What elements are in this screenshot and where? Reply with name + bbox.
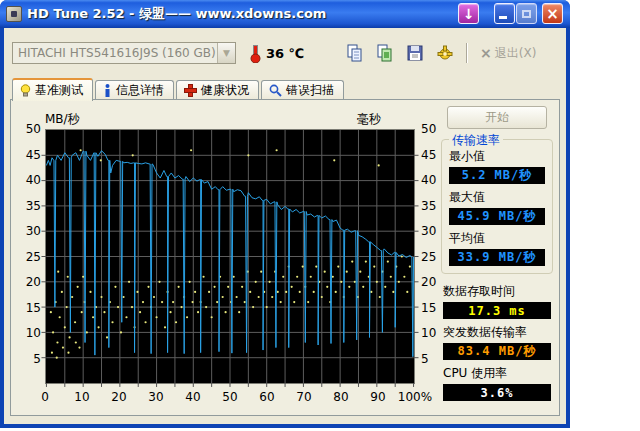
left-axis-unit: MB/秒 [45, 111, 80, 128]
right-axis-unit: 毫秒 [357, 111, 381, 128]
health-cross-icon [184, 84, 197, 97]
maximize-button[interactable] [516, 3, 537, 24]
tab-error-scan[interactable]: 错误扫描 [261, 80, 344, 100]
exit-button[interactable]: × 退出(X) [476, 43, 540, 64]
toolbar-buttons: × 退出(X) [342, 40, 540, 66]
magnifier-icon [269, 84, 282, 97]
thermometer-icon [250, 43, 261, 63]
window-body: HITACHI HTS541616J9S (160 GB) ▼ 36 ℃ [4, 28, 566, 424]
chevron-down-icon: ▼ [217, 43, 235, 63]
copy-image-icon [376, 44, 394, 62]
results-column: 开始 传输速率 最小值 5.2 MB/秒 最大值 45.9 MB/秒 平均值 3… [439, 104, 555, 401]
app-icon [6, 6, 22, 22]
stat-max: 最大值 45.9 MB/秒 [449, 189, 545, 225]
close-icon: × [546, 5, 559, 23]
stat-avg-value: 33.9 MB/秒 [449, 249, 545, 266]
stat-cpu-usage: CPU 使用率 3.6% [443, 365, 551, 401]
titlebar[interactable]: HD Tune 2.52 - 绿盟—— www.xdowns.com ↓ × [0, 0, 570, 28]
window-title: HD Tune 2.52 - 绿盟—— www.xdowns.com [27, 5, 326, 23]
info-icon [103, 84, 112, 97]
exit-x-icon: × [480, 48, 492, 58]
close-button[interactable]: × [542, 3, 563, 24]
options-button[interactable] [432, 41, 458, 65]
tab-label: 错误扫描 [286, 82, 334, 99]
download-button[interactable]: ↓ [458, 3, 479, 24]
app-window: HD Tune 2.52 - 绿盟—— www.xdowns.com ↓ × H… [0, 0, 570, 428]
benchmark-graph: MB/秒 毫秒 5045403530252015105 504540353025… [13, 102, 449, 414]
options-icon [436, 44, 454, 62]
tab-label: 基准测试 [35, 82, 83, 99]
exit-label: 退出(X) [495, 45, 537, 62]
stat-min-label: 最小值 [449, 148, 545, 165]
temperature-value: 36 ℃ [266, 46, 304, 61]
transfer-rate-group-title: 传输速率 [449, 132, 503, 149]
stat-min-value: 5.2 MB/秒 [449, 167, 545, 184]
tab-health[interactable]: 健康状况 [176, 80, 259, 100]
stat-burst-rate-label: 突发数据传输率 [443, 324, 551, 341]
lightbulb-icon [20, 84, 31, 97]
save-icon [406, 44, 424, 62]
tab-label: 信息详情 [116, 82, 164, 99]
save-button[interactable] [402, 41, 428, 65]
stat-avg: 平均值 33.9 MB/秒 [449, 230, 545, 266]
stat-min: 最小值 5.2 MB/秒 [449, 148, 545, 184]
tab-label: 健康状况 [201, 82, 249, 99]
stat-access-time: 数据存取时间 17.3 ms [443, 283, 551, 319]
toolbar-separator [466, 43, 468, 63]
down-arrow-icon: ↓ [463, 6, 475, 22]
drive-select-value: HITACHI HTS541616J9S (160 GB) [13, 46, 217, 60]
stat-burst-rate-value: 83.4 MB/秒 [443, 343, 551, 360]
stat-max-value: 45.9 MB/秒 [449, 208, 545, 225]
tab-info[interactable]: 信息详情 [95, 80, 174, 100]
copy-text-button[interactable] [342, 41, 368, 65]
tab-bar: 基准测试 信息详情 健康状况 [12, 78, 344, 100]
stat-cpu-usage-value: 3.6% [443, 384, 551, 401]
copy-screenshot-button[interactable] [372, 41, 398, 65]
drive-select[interactable]: HITACHI HTS541616J9S (160 GB) ▼ [12, 42, 236, 64]
benchmark-plot [45, 129, 415, 384]
copy-icon [346, 44, 364, 62]
benchmark-panel: MB/秒 毫秒 5045403530252015105 504540353025… [10, 99, 560, 416]
start-button[interactable]: 开始 [447, 106, 547, 129]
stat-access-time-label: 数据存取时间 [443, 283, 551, 300]
temperature-indicator: 36 ℃ [250, 42, 304, 64]
transfer-rate-group: 传输速率 最小值 5.2 MB/秒 最大值 45.9 MB/秒 平均值 33.9… [441, 139, 553, 274]
stat-max-label: 最大值 [449, 189, 545, 206]
minimize-button[interactable] [494, 3, 515, 24]
stat-access-time-value: 17.3 ms [443, 302, 551, 319]
stat-cpu-usage-label: CPU 使用率 [443, 365, 551, 382]
maximize-icon [522, 10, 531, 18]
tab-benchmark[interactable]: 基准测试 [12, 78, 93, 101]
stat-burst-rate: 突发数据传输率 83.4 MB/秒 [443, 324, 551, 360]
minimize-icon [499, 16, 507, 19]
stat-avg-label: 平均值 [449, 230, 545, 247]
